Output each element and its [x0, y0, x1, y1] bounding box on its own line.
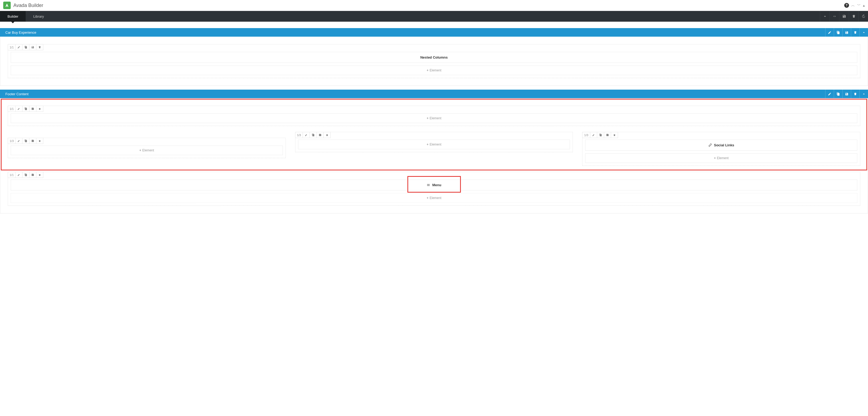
column-third-2[interactable]: 1/3 +Element	[295, 132, 573, 152]
trash-icon[interactable]	[36, 106, 43, 112]
trash-icon[interactable]	[851, 28, 860, 37]
container-title: Car Buy Experience	[5, 30, 825, 34]
trash-icon[interactable]	[851, 90, 860, 98]
collapse-up-icon[interactable]: ▴	[863, 3, 865, 7]
column-third-1[interactable]: 1/3 +Element	[8, 138, 286, 158]
title-bar: Avada Builder ? ︿ ﹀ ▴	[0, 0, 868, 11]
save-icon[interactable]	[317, 132, 324, 138]
trash-icon[interactable]	[849, 11, 858, 22]
col-size-label[interactable]: 1/3	[296, 132, 303, 138]
clone-icon[interactable]	[834, 28, 842, 37]
col-size-label[interactable]: 1/1	[8, 106, 16, 112]
nav-bar: Builder Library	[0, 11, 868, 22]
column-full[interactable]: 1/1 Nested Columns +Element	[8, 44, 860, 78]
container-header-footer[interactable]: Footer Content	[0, 90, 868, 98]
element-menu[interactable]: Menu	[11, 179, 857, 190]
add-element-button[interactable]: +Element	[11, 113, 857, 123]
menu-icon	[427, 183, 430, 187]
edit-icon[interactable]	[16, 172, 23, 178]
app-title: Avada Builder	[13, 3, 43, 8]
save-icon[interactable]	[29, 106, 36, 112]
edit-icon[interactable]	[590, 132, 597, 138]
add-element-button[interactable]: +Element	[585, 153, 857, 163]
collapse-icon[interactable]	[860, 28, 868, 37]
chevron-up-icon[interactable]: ︿	[851, 3, 855, 8]
save-icon[interactable]	[842, 28, 851, 37]
clone-icon[interactable]	[23, 172, 29, 178]
column-full-menu[interactable]: 1/1 Menu +Element	[8, 172, 860, 206]
container-body: 1/1 +Element 1/3 +Element 1/3	[0, 98, 868, 213]
edit-icon[interactable]	[16, 44, 23, 50]
col-size-label[interactable]: 1/1	[8, 172, 16, 178]
collapse-icon[interactable]	[860, 90, 868, 98]
clone-icon[interactable]	[834, 90, 842, 98]
link-icon	[708, 143, 712, 147]
edit-icon[interactable]	[825, 90, 834, 98]
save-icon[interactable]	[839, 11, 849, 22]
save-icon[interactable]	[604, 132, 611, 138]
container-body: 1/1 Nested Columns +Element	[0, 37, 868, 86]
col-size-label[interactable]: 1/1	[8, 44, 16, 50]
container-title: Footer Content	[5, 92, 825, 96]
clone-icon[interactable]	[23, 44, 29, 50]
trash-icon[interactable]	[611, 132, 618, 138]
tab-library[interactable]: Library	[26, 11, 51, 22]
add-element-button[interactable]: +Element	[298, 140, 570, 149]
element-social-links[interactable]: Social Links	[585, 140, 857, 151]
col-size-label[interactable]: 1/3	[8, 138, 16, 144]
add-element-button[interactable]: +Element	[11, 65, 857, 75]
add-element-button[interactable]: +Element	[11, 146, 283, 155]
edit-icon[interactable]	[16, 138, 23, 144]
chevron-down-icon[interactable]: ﹀	[857, 3, 861, 8]
column-full[interactable]: 1/1 +Element	[8, 106, 860, 126]
trash-icon[interactable]	[36, 172, 43, 178]
col-size-label[interactable]: 1/3	[583, 132, 590, 138]
clone-icon[interactable]	[23, 106, 29, 112]
history-icon[interactable]	[858, 11, 868, 22]
code-icon[interactable]	[830, 11, 839, 22]
tab-builder[interactable]: Builder	[0, 11, 26, 22]
add-element-button[interactable]: +Element	[11, 193, 857, 203]
edit-icon[interactable]	[303, 132, 310, 138]
trash-icon[interactable]	[324, 132, 331, 138]
collapse-icon[interactable]	[820, 11, 830, 22]
edit-icon[interactable]	[825, 28, 834, 37]
help-icon[interactable]: ?	[844, 3, 849, 8]
element-nested-columns[interactable]: Nested Columns	[11, 52, 857, 63]
clone-icon[interactable]	[310, 132, 317, 138]
clone-icon[interactable]	[23, 138, 29, 144]
column-third-3[interactable]: 1/3 Social Links +Element	[582, 132, 860, 166]
save-icon[interactable]	[842, 90, 851, 98]
trash-icon[interactable]	[36, 138, 43, 144]
save-icon[interactable]	[29, 138, 36, 144]
app-logo	[3, 2, 11, 9]
trash-icon[interactable]	[36, 44, 43, 50]
container-header-car-buy[interactable]: Car Buy Experience	[0, 28, 868, 37]
save-icon[interactable]	[29, 44, 36, 50]
clone-icon[interactable]	[597, 132, 604, 138]
save-icon[interactable]	[29, 172, 36, 178]
edit-icon[interactable]	[16, 106, 23, 112]
